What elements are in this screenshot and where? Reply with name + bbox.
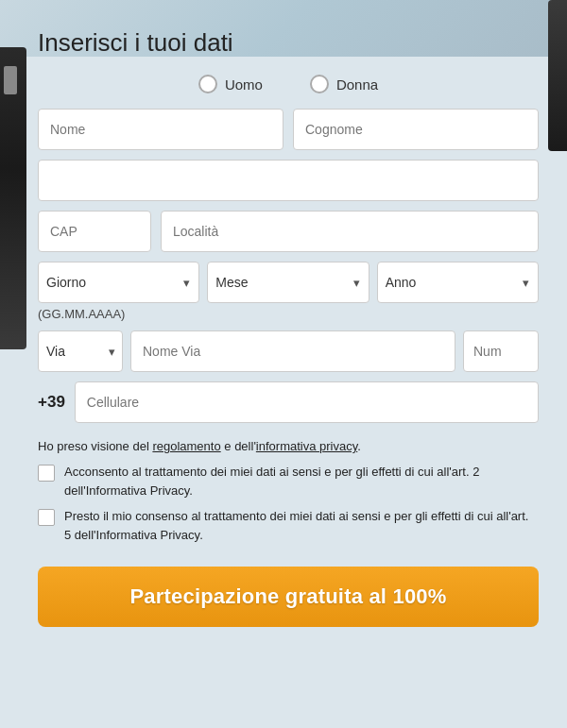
privacy-text-middle: e dell' [221,439,256,453]
informativa-link[interactable]: informativa privacy [256,439,357,453]
nome-via-input[interactable] [130,330,455,372]
email-input[interactable] [38,160,539,201]
anno-wrapper: Anno 20052000 19951990 19851980 19751970… [377,262,539,303]
uomo-label: Uomo [225,76,263,93]
email-row [38,160,539,201]
dob-row: Giorno 123 456 789 101112 131415 161718 … [38,262,539,303]
cellulare-input[interactable] [75,381,539,423]
gender-donna-option[interactable]: Donna [310,75,378,93]
num-input[interactable] [463,330,539,372]
cap-localita-row [38,211,539,252]
donna-label: Donna [336,76,378,93]
localita-input[interactable] [161,211,539,252]
privacy-text-before: Ho preso visione del [38,439,152,453]
submit-button[interactable]: Partecipazione gratuita al 100% [38,567,539,627]
gender-row: Uomo Donna [38,75,539,93]
privacy-text: Ho preso visione del regolamento e dell'… [38,438,539,455]
giorno-select[interactable]: Giorno 123 456 789 101112 131415 161718 … [38,262,199,303]
page-wrapper: Inserisci i tuoi dati Uomo Donna [0,0,567,728]
nome-input[interactable] [38,109,284,150]
checkbox2-row: Presto il mio consenso al trattamento de… [38,507,539,544]
regolamento-link[interactable]: regolamento [152,439,220,453]
checkbox2[interactable] [38,509,55,526]
uomo-radio[interactable] [198,75,217,93]
checkbox1-label: Acconsento al trattamento dei miei dati … [64,463,539,499]
cap-input[interactable] [38,211,151,252]
via-type-select[interactable]: Via Viale Corso Piazza Largo [38,330,123,372]
nome-cognome-row [38,109,539,150]
form-container: Inserisci i tuoi dati Uomo Donna [0,0,567,655]
checkbox2-label: Presto il mio consenso al trattamento de… [64,507,539,544]
phone-row: +39 [38,381,539,423]
phone-prefix: +39 [38,393,65,412]
checkbox1[interactable] [38,465,55,482]
page-title: Inserisci i tuoi dati [38,19,539,58]
privacy-text-after: . [357,439,361,453]
dob-hint: (GG.MM.AAAA) [38,307,539,321]
giorno-wrapper: Giorno 123 456 789 101112 131415 161718 … [38,262,199,303]
via-select-wrapper: Via Viale Corso Piazza Largo [38,330,123,372]
anno-select[interactable]: Anno 20052000 19951990 19851980 19751970… [377,262,539,303]
via-row: Via Viale Corso Piazza Largo [38,330,539,372]
checkbox1-row: Acconsento al trattamento dei miei dati … [38,463,539,499]
cognome-input[interactable] [293,109,539,150]
gender-uomo-option[interactable]: Uomo [198,75,263,93]
donna-radio[interactable] [310,75,329,93]
mese-select[interactable]: Mese GennaioFebbraio MarzoAprile MaggioG… [207,262,369,303]
mese-wrapper: Mese GennaioFebbraio MarzoAprile MaggioG… [207,262,369,303]
